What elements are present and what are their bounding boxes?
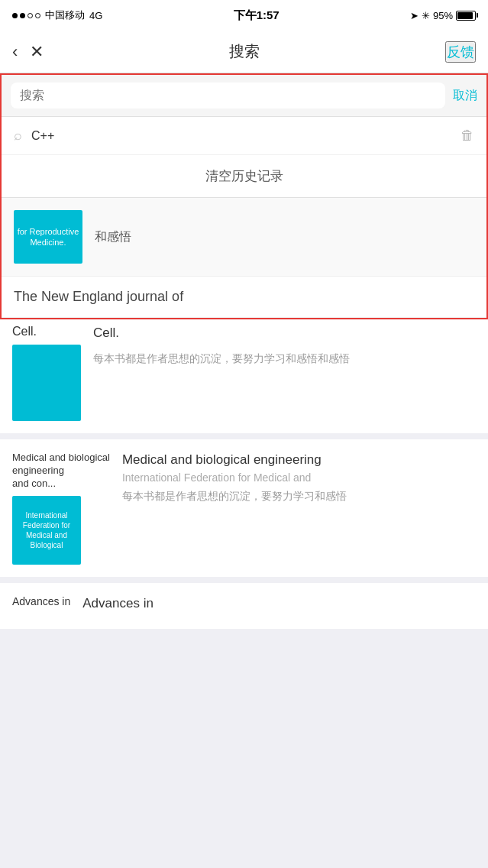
book-item-cell: Cell. Cell. 每本书都是作者思想的沉淀，要努力学习和感悟和感悟 [0, 313, 488, 433]
clear-history-row[interactable]: 清空历史记录 [2, 155, 486, 198]
clear-history-label: 清空历史记录 [205, 167, 283, 185]
signal-dot-2 [20, 13, 25, 18]
back-button[interactable]: ‹ [12, 42, 18, 62]
medical-title: Medical and biological engineering [122, 452, 476, 468]
cell-title-left: Cell. [12, 325, 81, 338]
search-overlay: 取消 ⌕ C++ 🗑 清空历史记录 for ReproductiveMedici… [0, 73, 488, 319]
battery-fill [457, 12, 473, 19]
advances-title-left: Advances in [12, 595, 70, 607]
cell-desc: 每本书都是作者思想的沉淀，要努力学习和感悟和感悟 [93, 351, 476, 367]
status-bar: 中国移动 4G 下午1:57 ➤ ✳ 95% [0, 0, 488, 31]
cell-cover [12, 345, 81, 421]
history-item-cpp[interactable]: ⌕ C++ 🗑 [2, 117, 486, 155]
carrier-label: 中国移动 [45, 8, 85, 22]
search-icon-small: ⌕ [14, 128, 22, 144]
cell-info: Cell. 每本书都是作者思想的沉淀，要努力学习和感悟和感悟 [93, 325, 476, 367]
cancel-button[interactable]: 取消 [453, 88, 477, 104]
cell-title: Cell. [93, 325, 476, 342]
suggestion-row[interactable]: The New England journal of [2, 277, 486, 318]
signal-dots [12, 13, 40, 18]
medical-cover: InternationalFederation forMedical andBi… [12, 496, 81, 565]
status-right: ➤ ✳ 95% [410, 10, 476, 21]
bluetooth-icon: ✳ [422, 10, 430, 21]
medical-publisher: International Federation for Medical and [122, 471, 476, 484]
signal-dot-1 [12, 13, 18, 18]
feedback-button[interactable]: 反馈 [445, 41, 476, 63]
advances-info: Advances in [82, 595, 476, 615]
search-input[interactable] [11, 83, 445, 108]
medical-info: Medical and biological engineering Inter… [122, 452, 476, 504]
status-time: 下午1:57 [234, 8, 280, 23]
close-button[interactable]: ✕ [30, 42, 44, 62]
nav-left: ‹ ✕ [12, 42, 44, 62]
battery-icon [456, 11, 476, 21]
status-left: 中国移动 4G [12, 8, 102, 22]
overlay-cover-1: for ReproductiveMedicine. [14, 210, 82, 264]
history-item-text: C++ [31, 129, 461, 143]
book-item-medical: Medical and biologicalengineeringand con… [0, 439, 488, 578]
overlay-partial-item-1: for ReproductiveMedicine. 和感悟 [2, 198, 486, 277]
signal-dot-4 [35, 13, 40, 18]
nav-bar: ‹ ✕ 搜索 反馈 [0, 31, 488, 73]
page-wrapper: 中国移动 4G 下午1:57 ➤ ✳ 95% ‹ ✕ 搜索 反馈 for Rep… [0, 0, 488, 868]
advances-title: Advances in [82, 595, 476, 612]
medical-title-left: Medical and biologicalengineeringand con… [12, 452, 110, 491]
network-label: 4G [89, 10, 102, 21]
location-icon: ➤ [410, 10, 419, 21]
delete-icon[interactable]: 🗑 [461, 128, 474, 144]
battery-percent: 95% [433, 10, 453, 21]
search-input-row: 取消 [2, 75, 486, 117]
medical-desc: 每本书都是作者思想的沉淀，要努力学习和感悟 [122, 488, 476, 504]
page-title: 搜索 [229, 41, 260, 62]
book-item-advances: Advances in Advances in [0, 583, 488, 629]
suggestion-text: The New England journal of [14, 289, 183, 305]
signal-dot-3 [27, 13, 33, 18]
overlay-desc-1: 和感悟 [95, 229, 131, 245]
